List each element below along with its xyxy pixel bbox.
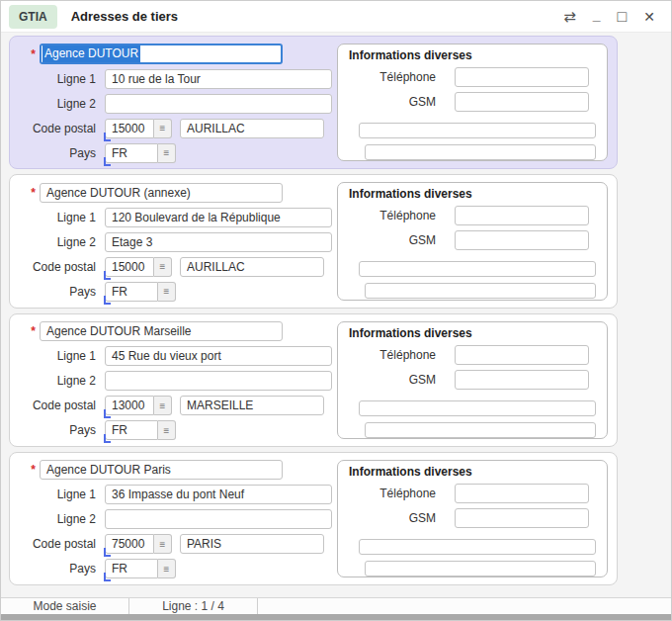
ligne1-label: Ligne 1 xyxy=(19,72,96,86)
ligne1-label: Ligne 1 xyxy=(19,211,96,224)
extra-info-input-2[interactable] xyxy=(365,283,596,299)
info-panel-title: Informations diverses xyxy=(349,465,596,479)
address-name-input[interactable] xyxy=(40,460,283,480)
pays-lookup-icon[interactable]: ≡ xyxy=(158,420,176,440)
ligne2-label: Ligne 2 xyxy=(19,97,96,111)
address-card[interactable]: * Ligne 1 Ligne 2 Code postal ≡ xyxy=(9,452,618,585)
code-postal-input[interactable] xyxy=(105,534,154,554)
gsm-label: GSM xyxy=(349,233,436,247)
pays-label: Pays xyxy=(19,146,96,160)
gsm-input[interactable] xyxy=(455,508,589,528)
address-list: * Agence DUTOUR Ligne 1 Ligne 2 Code pos… xyxy=(1,33,671,597)
extra-info-input-2[interactable] xyxy=(365,422,596,438)
close-icon[interactable]: ✕ xyxy=(643,10,655,24)
gsm-input[interactable] xyxy=(455,92,589,112)
window-header: GTIA Adresses de tiers ⇄ _ □ ✕ xyxy=(1,1,671,33)
app-window: GTIA Adresses de tiers ⇄ _ □ ✕ * Agence … xyxy=(0,0,672,621)
maximize-icon[interactable]: □ xyxy=(618,9,628,25)
pays-lookup-icon[interactable]: ≡ xyxy=(158,282,176,302)
extra-info-input-1[interactable] xyxy=(359,123,596,138)
pays-lookup-icon[interactable]: ≡ xyxy=(158,143,176,163)
ville-input[interactable] xyxy=(180,534,324,554)
pays-input[interactable] xyxy=(105,420,158,440)
code-postal-lookup-icon[interactable]: ≡ xyxy=(154,534,172,554)
telephone-label: Téléphone xyxy=(349,348,436,362)
info-panel-title: Informations diverses xyxy=(349,326,596,340)
info-panel-title: Informations diverses xyxy=(349,48,596,62)
gsm-input[interactable] xyxy=(455,370,589,390)
pays-label: Pays xyxy=(19,285,96,299)
extra-info-input-2[interactable] xyxy=(365,561,596,577)
code-postal-input[interactable] xyxy=(105,257,154,277)
address-card[interactable]: * Agence DUTOUR Ligne 1 Ligne 2 Code pos… xyxy=(9,36,618,169)
ligne1-label: Ligne 1 xyxy=(19,488,96,501)
code-postal-label: Code postal xyxy=(19,537,96,551)
ville-input[interactable] xyxy=(180,396,324,415)
pays-label: Pays xyxy=(19,562,96,576)
required-marker: * xyxy=(19,186,36,200)
informations-diverses-panel: Informations diverses Téléphone GSM xyxy=(337,44,608,161)
selected-text: Agence DUTOUR xyxy=(42,45,140,62)
gsm-input[interactable] xyxy=(455,230,589,250)
window-controls: ⇄ _ □ ✕ xyxy=(563,9,655,25)
telephone-input[interactable] xyxy=(455,484,589,503)
address-card[interactable]: * Ligne 1 Ligne 2 Code postal ≡ xyxy=(9,313,618,447)
address-name-input[interactable] xyxy=(40,183,283,203)
ligne2-input[interactable] xyxy=(105,232,332,252)
informations-diverses-panel: Informations diverses Téléphone GSM xyxy=(337,182,608,300)
address-form: * Agence DUTOUR Ligne 1 Ligne 2 Code pos… xyxy=(19,44,337,161)
pays-input[interactable] xyxy=(105,282,158,302)
extra-info-input-1[interactable] xyxy=(359,539,596,555)
gsm-label: GSM xyxy=(349,95,436,109)
address-card[interactable]: * Ligne 1 Ligne 2 Code postal ≡ xyxy=(9,174,618,308)
informations-diverses-panel: Informations diverses Téléphone GSM xyxy=(337,460,608,577)
code-postal-lookup-icon[interactable]: ≡ xyxy=(154,119,172,138)
telephone-input[interactable] xyxy=(455,345,589,365)
telephone-input[interactable] xyxy=(455,67,589,87)
ville-input[interactable] xyxy=(180,257,324,277)
code-postal-input[interactable] xyxy=(105,396,154,415)
page-title: Adresses de tiers xyxy=(71,9,178,24)
extra-info-input-1[interactable] xyxy=(359,400,596,416)
ligne2-label: Ligne 2 xyxy=(19,374,96,388)
pays-lookup-icon[interactable]: ≡ xyxy=(158,559,176,578)
status-mode: Mode saisie xyxy=(1,598,129,614)
extra-info-input-1[interactable] xyxy=(359,261,596,277)
ligne1-input[interactable] xyxy=(105,208,332,227)
address-form: * Ligne 1 Ligne 2 Code postal ≡ xyxy=(19,460,337,577)
module-badge: GTIA xyxy=(9,5,57,29)
code-postal-input[interactable] xyxy=(105,119,154,138)
code-postal-lookup-icon[interactable]: ≡ xyxy=(154,396,172,415)
informations-diverses-panel: Informations diverses Téléphone GSM xyxy=(337,321,608,439)
code-postal-lookup-icon[interactable]: ≡ xyxy=(154,257,172,277)
address-form: * Ligne 1 Ligne 2 Code postal ≡ xyxy=(19,321,337,439)
gsm-label: GSM xyxy=(349,511,436,525)
address-name-input[interactable] xyxy=(40,321,283,341)
pays-input[interactable] xyxy=(105,143,158,163)
minimize-icon[interactable]: _ xyxy=(593,8,601,22)
ville-input[interactable] xyxy=(180,119,324,138)
required-marker: * xyxy=(19,47,36,61)
ligne2-input[interactable] xyxy=(105,94,332,114)
ligne2-input[interactable] xyxy=(105,509,332,529)
ligne2-label: Ligne 2 xyxy=(19,512,96,526)
status-line-counter: Ligne : 1 / 4 xyxy=(129,598,258,614)
telephone-label: Téléphone xyxy=(349,209,436,222)
address-name-input[interactable]: Agence DUTOUR xyxy=(40,44,283,64)
ligne1-input[interactable] xyxy=(105,485,332,504)
telephone-input[interactable] xyxy=(455,206,589,225)
telephone-label: Téléphone xyxy=(349,487,436,500)
address-form: * Ligne 1 Ligne 2 Code postal ≡ xyxy=(19,182,337,300)
gsm-label: GSM xyxy=(349,373,436,387)
pays-input[interactable] xyxy=(105,559,158,578)
extra-info-input-2[interactable] xyxy=(365,144,596,160)
ligne1-input[interactable] xyxy=(105,69,332,89)
info-panel-title: Informations diverses xyxy=(349,187,596,201)
required-marker: * xyxy=(19,324,36,338)
detach-window-icon[interactable]: ⇄ xyxy=(563,9,576,24)
status-bar: Mode saisie Ligne : 1 / 4 xyxy=(1,597,671,614)
window-bottom-edge xyxy=(1,614,671,620)
ligne2-label: Ligne 2 xyxy=(19,235,96,249)
ligne1-input[interactable] xyxy=(105,346,332,366)
ligne2-input[interactable] xyxy=(105,371,332,391)
